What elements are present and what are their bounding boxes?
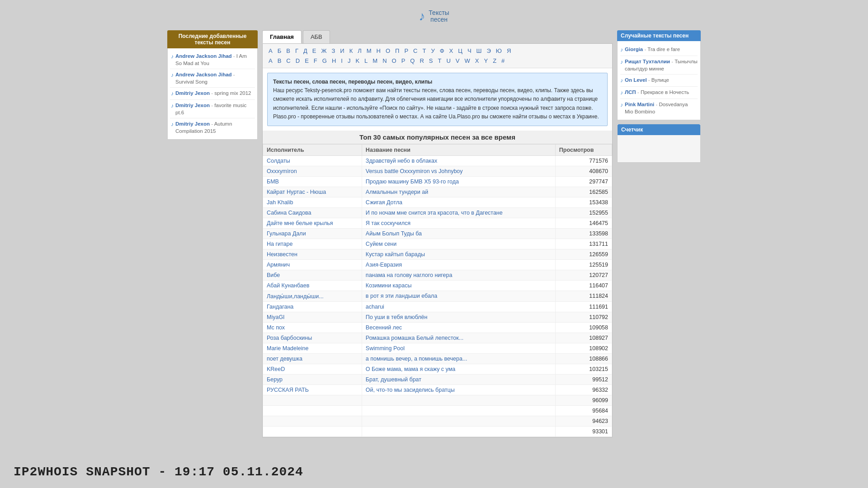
alpha-letter-cyrillic[interactable]: Н xyxy=(374,47,383,55)
alpha-letter-cyrillic[interactable]: Б xyxy=(275,47,284,55)
alpha-letter-latin[interactable]: O xyxy=(390,56,399,65)
alpha-letter-latin[interactable]: D xyxy=(293,56,302,65)
artist-link[interactable]: На гитаре xyxy=(267,241,292,247)
alpha-letter-cyrillic[interactable]: Э xyxy=(485,47,493,55)
song-link[interactable]: Козимини карасы xyxy=(366,282,412,289)
alpha-letter-cyrillic[interactable]: Е xyxy=(310,47,319,55)
artist-link[interactable]: Сабина Саидова xyxy=(267,210,311,216)
artist-link[interactable]: Jah Khalib xyxy=(267,199,293,206)
alpha-letter-latin[interactable]: C xyxy=(284,56,292,65)
artist-link[interactable]: поет девушка xyxy=(267,356,302,362)
alpha-letter-latin[interactable]: R xyxy=(417,56,426,65)
artist-link[interactable]: Mc пох xyxy=(267,324,285,331)
song-link[interactable]: Ой, что-то мы засиделись братцы xyxy=(366,387,455,393)
song-link[interactable]: в рот я эти ландыши ебала xyxy=(366,293,437,299)
artist-link[interactable]: РУССКАЯ РАТЬ xyxy=(267,387,309,393)
rs-artist-link[interactable]: Giorgia xyxy=(625,47,643,52)
alpha-letter-latin[interactable]: # xyxy=(499,56,507,65)
alpha-letter-cyrillic[interactable]: С xyxy=(411,47,420,55)
alpha-letter-latin[interactable]: G xyxy=(320,56,329,65)
artist-link[interactable]: БМВ xyxy=(267,178,279,185)
song-link[interactable]: Сжигая Дотла xyxy=(366,199,402,206)
rs-artist-link[interactable]: Рищат Тухталлии xyxy=(625,59,670,64)
alpha-letter-latin[interactable]: L xyxy=(362,56,370,65)
alpha-letter-cyrillic[interactable]: Ч xyxy=(465,47,474,55)
alpha-letter-cyrillic[interactable]: Д xyxy=(301,47,310,55)
artist-link[interactable]: Marie Madeleine xyxy=(267,345,308,352)
artist-link[interactable]: Берур xyxy=(267,376,283,383)
artist-link[interactable]: Гандагана xyxy=(267,304,293,310)
song-link[interactable]: acharui xyxy=(366,304,384,310)
rs-artist-link[interactable]: ЛСП xyxy=(625,89,636,95)
sidebar-artist[interactable]: Dmitriy Jexon xyxy=(175,90,210,96)
song-link[interactable]: Здравствуй небо в облаках xyxy=(366,158,437,164)
alpha-letter-latin[interactable]: T xyxy=(436,56,444,65)
alpha-letter-latin[interactable]: Z xyxy=(491,56,499,65)
song-link[interactable]: Алмалынын тундери ай xyxy=(366,189,428,195)
alpha-letter-latin[interactable]: E xyxy=(302,56,311,65)
alpha-letter-latin[interactable]: F xyxy=(311,56,320,65)
alpha-letter-latin[interactable]: U xyxy=(444,56,453,65)
alpha-letter-cyrillic[interactable]: В xyxy=(284,47,292,55)
song-link[interactable]: Swimming Pool xyxy=(366,345,405,352)
alpha-letter-latin[interactable]: W xyxy=(462,56,472,65)
song-link[interactable]: О Боже мама, мама я скажу с ума xyxy=(366,366,455,372)
alpha-letter-cyrillic[interactable]: А xyxy=(266,47,275,55)
song-link[interactable]: Брат, душевный брат xyxy=(366,376,421,383)
alpha-letter-latin[interactable]: P xyxy=(399,56,408,65)
alpha-letter-cyrillic[interactable]: Ф xyxy=(438,47,447,55)
artist-link[interactable]: Абай Кунанбаев xyxy=(267,282,309,289)
artist-link[interactable]: Дайте мне белые крылья xyxy=(267,220,333,226)
artist-link[interactable]: Солдаты xyxy=(267,158,290,164)
alpha-letter-latin[interactable]: I xyxy=(339,56,345,65)
alpha-letter-cyrillic[interactable]: З xyxy=(329,47,337,55)
sidebar-artist[interactable]: Dmitriy Jexon xyxy=(175,121,210,127)
sidebar-artist[interactable]: Dmitriy Jexon xyxy=(175,103,210,108)
alpha-letter-latin[interactable]: X xyxy=(473,56,481,65)
alpha-letter-cyrillic[interactable]: К xyxy=(347,47,355,55)
artist-link[interactable]: MiyaGI xyxy=(267,314,285,320)
rs-artist-link[interactable]: On Level xyxy=(625,77,647,83)
alpha-letter-cyrillic[interactable]: И xyxy=(338,47,346,55)
artist-link[interactable]: Oxxxymìron xyxy=(267,168,297,174)
artist-link[interactable]: Неизвестен xyxy=(267,251,297,258)
song-link[interactable]: По уши в тебя влюблён xyxy=(366,314,428,320)
alpha-letter-cyrillic[interactable]: Ш xyxy=(474,47,484,55)
sidebar-song[interactable]: spring mix 2012 xyxy=(214,90,251,96)
artist-link[interactable]: Ланды́ши,ланды́ши... xyxy=(267,293,324,300)
song-link[interactable]: Весенний лес xyxy=(366,324,402,331)
alpha-letter-latin[interactable]: B xyxy=(275,56,284,65)
song-link[interactable]: Versus battle Oxxxymiron vs Johnyboy xyxy=(366,168,463,174)
artist-link[interactable]: Гульнара Дали xyxy=(267,230,306,237)
song-link[interactable]: Азия-Евразия xyxy=(366,262,402,268)
alpha-letter-cyrillic[interactable]: Р xyxy=(402,47,410,55)
alpha-letter-cyrillic[interactable]: П xyxy=(393,47,401,55)
alpha-letter-latin[interactable]: K xyxy=(353,56,362,65)
song-link[interactable]: а помнишь вечер, а помнишь вечера... xyxy=(366,356,467,362)
alpha-letter-cyrillic[interactable]: Т xyxy=(420,47,429,55)
alpha-letter-latin[interactable]: H xyxy=(330,56,338,65)
tab-abc[interactable]: АБВ xyxy=(303,30,330,43)
alpha-letter-cyrillic[interactable]: О xyxy=(383,47,392,55)
sidebar-song[interactable]: Survival Song xyxy=(175,79,208,84)
alpha-letter-latin[interactable]: V xyxy=(453,56,462,65)
sidebar-artist[interactable]: Andrew Jackson Jihad xyxy=(175,53,232,59)
alpha-letter-latin[interactable]: N xyxy=(380,56,389,65)
alpha-letter-cyrillic[interactable]: М xyxy=(364,47,374,55)
artist-link[interactable]: Кайрат Нуртас - Нюша xyxy=(267,189,326,195)
song-link[interactable]: Айым Болып Туды ба xyxy=(366,230,422,237)
tab-main[interactable]: Главная xyxy=(262,30,302,43)
alpha-letter-latin[interactable]: Y xyxy=(481,56,490,65)
song-link[interactable]: Ромашка ромашка Белый лепесток... xyxy=(366,335,463,341)
alpha-letter-cyrillic[interactable]: Я xyxy=(505,47,513,55)
alpha-letter-cyrillic[interactable]: Ю xyxy=(494,47,504,55)
alpha-letter-latin[interactable]: Q xyxy=(408,56,417,65)
song-link[interactable]: Кустар кайтып барады xyxy=(366,251,425,258)
artist-link[interactable]: KReeD xyxy=(267,366,285,372)
song-link[interactable]: панама на голову наглого нигера xyxy=(366,272,453,278)
alpha-letter-latin[interactable]: А xyxy=(266,56,275,65)
song-link[interactable]: Продаю машину БМВ X5 93-го года xyxy=(366,178,459,185)
alpha-letter-cyrillic[interactable]: Х xyxy=(447,47,456,55)
alpha-letter-cyrillic[interactable]: Л xyxy=(355,47,364,55)
artist-link[interactable]: Армянич xyxy=(267,262,290,268)
